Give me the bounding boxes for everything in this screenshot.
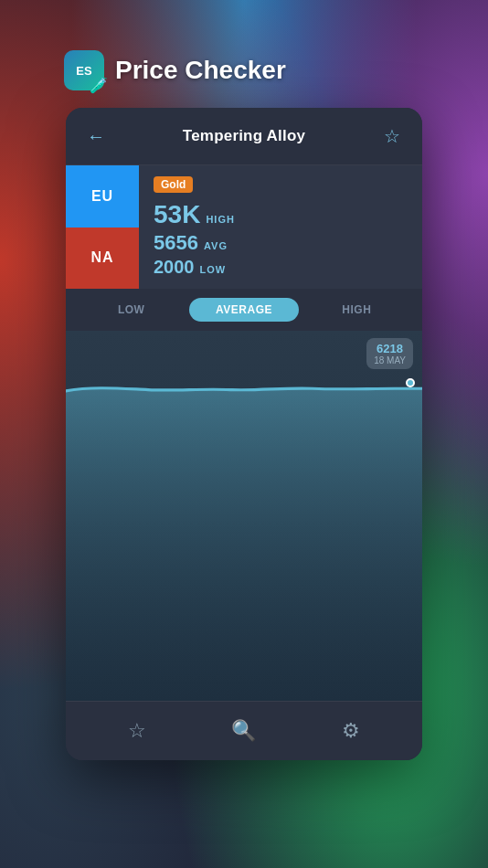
tooltip-date: 18 MAY [374,355,406,365]
high-label: HIGH [206,214,235,225]
star-icon: ☆ [384,125,400,147]
region-eu[interactable]: EU [66,165,139,228]
avg-price-row: 5656 AVG [154,231,408,255]
avg-label: AVG [204,240,228,251]
low-value: 2000 [154,257,195,278]
favorites-icon: ☆ [128,719,146,743]
chart-dot [406,378,415,387]
main-card: ← Tempering Alloy ☆ EU NA Gold 53K HIGH … [66,108,422,760]
app-icon-emoji: 🧪 [90,77,108,94]
region-panel: EU NA [66,165,139,289]
card-title: Tempering Alloy [183,127,305,145]
region-na[interactable]: NA [66,228,139,290]
card-header: ← Tempering Alloy ☆ [66,108,422,165]
gold-badge: Gold [154,176,193,193]
back-icon: ← [87,126,105,147]
app-title: Price Checker [115,56,286,85]
tab-average[interactable]: AVERAGE [189,298,298,322]
avg-value: 5656 [154,231,198,255]
tab-bar: LOW AVERAGE HIGH [66,289,422,331]
tab-high[interactable]: HIGH [302,298,411,322]
settings-icon: ⚙ [342,719,360,743]
low-label: LOW [200,264,227,275]
bottom-nav: ☆ 🔍 ⚙ [66,701,422,760]
high-price-row: 53K HIGH [154,200,408,229]
search-icon: 🔍 [231,719,256,743]
tooltip-value: 6218 [374,342,406,355]
low-price-row: 2000 LOW [154,257,408,278]
app-icon-letters: ES [76,64,91,78]
chart-tooltip: 6218 18 MAY [366,338,413,369]
price-section: EU NA Gold 53K HIGH 5656 AVG 2000 LOW [66,165,422,289]
app-header: ES 🧪 Price Checker [64,50,286,90]
nav-settings-button[interactable]: ⚙ [334,715,367,747]
price-info: Gold 53K HIGH 5656 AVG 2000 LOW [139,165,422,289]
high-value: 53K [154,200,200,229]
nav-search-button[interactable]: 🔍 [228,715,260,747]
nav-favorites-button[interactable]: ☆ [121,715,154,747]
tab-low[interactable]: LOW [77,298,186,322]
chart-svg [66,331,422,701]
back-button[interactable]: ← [82,122,110,150]
chart-area: 6218 18 MAY [66,331,422,701]
favorite-button[interactable]: ☆ [378,122,406,150]
app-icon: ES 🧪 [64,50,104,90]
